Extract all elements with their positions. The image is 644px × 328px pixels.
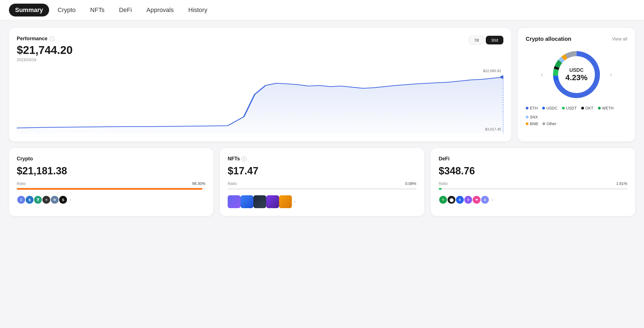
crypto-ratio-pct: 98.30% (192, 181, 205, 186)
nfts-progress-bar (228, 188, 416, 190)
legend-other: Other (547, 122, 556, 126)
allocation-title: Crypto allocation (526, 36, 571, 42)
defi-icon-6: A (480, 195, 489, 204)
defi-icon-2: ⬤ (447, 195, 456, 204)
legend-usdt: USDT (566, 106, 577, 110)
chart-min-label: $3,017.45 (485, 127, 501, 131)
nfts-progress-fill (228, 188, 228, 190)
nfts-ratio-label: Ratio (228, 181, 237, 186)
defi-card-title: DeFi (439, 156, 627, 162)
defi-ratio-label: Ratio (439, 181, 448, 186)
legend-weth: WETH (602, 106, 614, 110)
crypto-progress-bar (17, 188, 205, 190)
allocation-card: Crypto allocation View all ‹ (518, 28, 635, 141)
nft-thumb-1 (228, 195, 241, 208)
defi-ratio-pct: 1.61% (616, 181, 627, 186)
performance-info-icon[interactable]: i (50, 36, 55, 41)
crypto-token-icons: Ξ $ ₮ ✕ W S › (17, 195, 205, 204)
crypto-card-amount: $21,181.38 (17, 165, 205, 177)
legend-bnb: BNB (530, 122, 538, 126)
defi-more-arrow[interactable]: › (492, 197, 493, 202)
crypto-ratio-label: Ratio (17, 181, 26, 186)
nfts-card-title: NFTs i (228, 156, 416, 162)
nfts-ratio-pct: 0.08% (405, 181, 416, 186)
usdc-icon: $ (25, 195, 34, 204)
donut-next-arrow[interactable]: › (607, 71, 615, 78)
nav-nfts[interactable]: NFTs (84, 4, 110, 16)
donut-center-token: USDC (565, 67, 587, 73)
performance-title: Performance (17, 36, 47, 42)
usdt-icon: ₮ (33, 195, 42, 204)
legend-usdc: USDC (546, 106, 558, 110)
defi-progress-bar (439, 188, 627, 190)
defi-card-amount: $348.76 (439, 165, 627, 177)
nfts-more-arrow[interactable]: › (294, 199, 295, 204)
nav-crypto[interactable]: Crypto (51, 4, 82, 16)
nft-thumb-3 (253, 195, 266, 208)
chart-max-label: $22,065.92 (483, 69, 501, 73)
donut-chart: USDC 4.23% (549, 47, 604, 103)
defi-card: DeFi $348.76 Ratio 1.61% Y ⬤ S V ❤ A › (431, 148, 635, 216)
s-icon: S (59, 195, 68, 204)
crypto-card: Crypto $21,181.38 Ratio 98.30% Ξ $ ₮ ✕ W… (9, 148, 213, 216)
nfts-info-icon[interactable]: i (242, 156, 247, 161)
legend-eth: ETH (530, 106, 538, 110)
defi-progress-fill (439, 188, 442, 190)
defi-icon-3: S (455, 195, 464, 204)
defi-token-icons: Y ⬤ S V ❤ A › (439, 195, 627, 204)
crypto-more-arrow[interactable]: › (70, 197, 71, 202)
nfts-card-amount: $17.47 (228, 165, 416, 177)
legend-area: ETH USDC USDT OKT WETH SNX BNB Other (526, 106, 627, 126)
7d-button[interactable]: 7d (469, 36, 484, 44)
legend-okt: OKT (585, 106, 593, 110)
performance-amount: $21,744.20 (17, 44, 503, 56)
crypto-progress-fill (17, 188, 202, 190)
30d-button[interactable]: 30d (486, 36, 503, 44)
nav-defi[interactable]: DeFi (113, 4, 138, 16)
performance-card: Performance i $21,744.20 2023/03/19 7d 3… (9, 28, 511, 141)
yearn-icon: Y (439, 195, 448, 204)
performance-chart: $22,065.92 $3,017.45 (17, 66, 503, 134)
nav-approvals[interactable]: Approvals (140, 4, 180, 16)
weth-icon: W (50, 195, 59, 204)
nft-thumb-5 (279, 195, 292, 208)
bottom-row: Crypto $21,181.38 Ratio 98.30% Ξ $ ₮ ✕ W… (9, 148, 635, 216)
donut-center-pct: 4.23% (565, 73, 587, 82)
okt-icon: ✕ (42, 195, 51, 204)
legend-snx: SNX (530, 115, 538, 119)
defi-icon-4: V (464, 195, 473, 204)
top-navigation: Summary Crypto NFTs DeFi Approvals Histo… (0, 0, 644, 20)
nft-thumb-2 (241, 195, 253, 208)
defi-icon-5: ❤ (472, 195, 481, 204)
nft-thumbnails: › (228, 195, 416, 208)
eth-icon: Ξ (17, 195, 26, 204)
view-all-button[interactable]: View all (612, 37, 627, 42)
nav-summary[interactable]: Summary (9, 4, 49, 16)
crypto-card-title: Crypto (17, 156, 205, 162)
performance-date: 2023/03/19 (17, 58, 503, 62)
donut-prev-arrow[interactable]: ‹ (538, 71, 546, 78)
time-buttons: 7d 30d (469, 36, 503, 44)
nav-history[interactable]: History (182, 4, 213, 16)
nfts-card: NFTs i $17.47 Ratio 0.08% › (220, 148, 424, 216)
nft-thumb-4 (266, 195, 279, 208)
